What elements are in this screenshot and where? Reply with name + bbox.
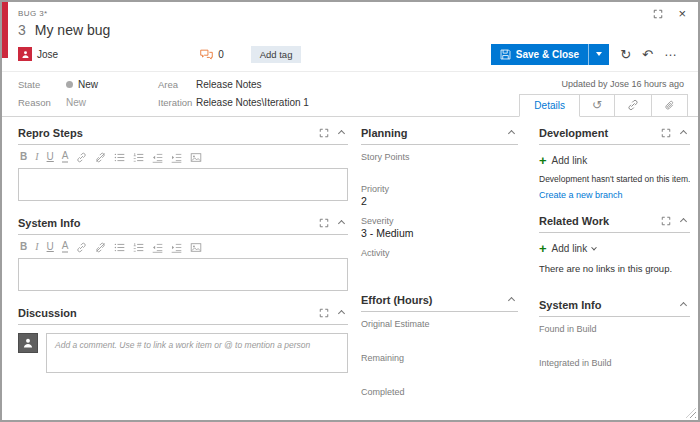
collapse-icon[interactable] (680, 301, 687, 308)
save-options-dropdown[interactable] (588, 44, 609, 65)
italic-icon[interactable]: I (35, 242, 38, 252)
save-icon (500, 49, 511, 60)
comments-count-value: 0 (218, 49, 224, 60)
assignee-field[interactable]: Jose (37, 49, 58, 60)
state-dot-icon (66, 81, 73, 88)
severity-label: Severity (361, 216, 518, 226)
create-branch-link[interactable]: Create a new branch (539, 190, 623, 200)
indent-icon[interactable] (171, 152, 182, 163)
highlight-icon[interactable]: A (62, 151, 69, 163)
bold-icon[interactable]: B (20, 152, 27, 162)
integrated-in-build-field: Integrated in Build (539, 358, 690, 385)
highlight-icon[interactable]: A (62, 241, 69, 253)
remaining-field: Remaining (361, 353, 518, 380)
found-in-build-label: Found in Build (539, 324, 690, 334)
completed-value[interactable] (361, 398, 518, 410)
related-work-empty-text: There are no links in this group. (539, 263, 690, 274)
plus-icon: + (539, 242, 547, 255)
tab-attachments[interactable] (652, 94, 688, 117)
discussion-count[interactable]: 0 (200, 49, 224, 60)
remove-format-icon[interactable] (95, 242, 106, 253)
underline-icon[interactable]: U (47, 242, 54, 252)
original-estimate-field: Original Estimate (361, 319, 518, 346)
chevron-down-icon (591, 244, 597, 250)
plus-icon: + (539, 154, 547, 167)
discussion-title: Discussion (18, 307, 319, 319)
tab-history[interactable]: ↺ (580, 94, 615, 117)
save-close-button[interactable]: Save & Close (491, 44, 588, 65)
area-label: Area (158, 79, 196, 90)
more-options-icon[interactable]: … (664, 45, 678, 58)
maximize-icon[interactable] (661, 216, 671, 226)
reason-value[interactable]: New (66, 97, 86, 108)
insert-image-icon[interactable] (190, 242, 202, 253)
add-tag-button[interactable]: Add tag (251, 46, 302, 63)
iteration-value[interactable]: Release Notes\Iteration 1 (196, 97, 309, 108)
title-field[interactable]: My new bug (35, 22, 110, 38)
paperclip-icon (664, 100, 675, 111)
completed-field: Completed (361, 387, 518, 414)
development-title: Development (539, 127, 661, 139)
refresh-icon[interactable]: ↻ (620, 48, 631, 61)
richtext-toolbar: B I U A (18, 145, 348, 168)
work-item-meta-row: State New Reason New Area Release Notes … (2, 71, 698, 117)
indent-icon[interactable] (171, 242, 182, 253)
undo-icon[interactable]: ↶ (642, 48, 653, 61)
system-info-panel-title: System Info (539, 299, 681, 311)
collapse-icon[interactable] (338, 219, 345, 226)
state-value[interactable]: New (66, 79, 98, 90)
story-points-label: Story Points (361, 152, 518, 162)
add-link-label: Add link (552, 155, 588, 166)
collapse-icon[interactable] (508, 296, 515, 303)
maximize-icon[interactable] (319, 128, 329, 138)
outdent-icon[interactable] (152, 242, 163, 253)
remaining-value[interactable] (361, 364, 518, 376)
tab-details[interactable]: Details (519, 94, 580, 117)
collapse-icon[interactable] (508, 129, 515, 136)
underline-icon[interactable]: U (47, 152, 54, 162)
tab-links[interactable] (615, 94, 652, 117)
found-in-build-value[interactable] (539, 335, 690, 347)
insert-link-icon[interactable] (76, 242, 87, 253)
integrated-in-build-value[interactable] (539, 369, 690, 381)
numbered-list-icon[interactable] (133, 152, 144, 163)
bold-icon[interactable]: B (20, 242, 27, 252)
planning-title: Planning (361, 127, 509, 139)
activity-value[interactable] (361, 259, 518, 271)
save-close-label: Save & Close (516, 49, 579, 60)
maximize-icon[interactable] (661, 128, 671, 138)
development-add-link-button[interactable]: + Add link (539, 154, 690, 167)
activity-field: Activity (361, 248, 518, 273)
priority-value[interactable]: 2 (361, 195, 518, 207)
collapse-icon[interactable] (338, 309, 345, 316)
effort-title: Effort (Hours) (361, 294, 509, 306)
maximize-icon[interactable] (319, 308, 329, 318)
area-value[interactable]: Release Notes (196, 79, 262, 90)
close-icon[interactable]: × (678, 7, 686, 20)
system-info-editor[interactable] (18, 258, 348, 291)
related-work-title: Related Work (539, 215, 661, 227)
insert-link-icon[interactable] (76, 152, 87, 163)
development-status-text: Development hasn't started on this item. (539, 174, 690, 184)
story-points-value[interactable] (361, 163, 518, 175)
maximize-icon[interactable] (319, 218, 329, 228)
bulleted-list-icon[interactable] (114, 242, 125, 253)
remove-format-icon[interactable] (95, 152, 106, 163)
details-content: Repro Steps B I U A (2, 117, 698, 414)
state-label: State (18, 79, 66, 90)
severity-value[interactable]: 3 - Medium (361, 227, 518, 239)
fullscreen-icon[interactable] (653, 9, 663, 19)
insert-image-icon[interactable] (190, 152, 202, 163)
repro-steps-editor[interactable] (18, 168, 348, 201)
bulleted-list-icon[interactable] (114, 152, 125, 163)
original-estimate-value[interactable] (361, 330, 518, 342)
italic-icon[interactable]: I (35, 152, 38, 162)
related-work-add-link-button[interactable]: + Add link (539, 242, 690, 255)
collapse-icon[interactable] (338, 129, 345, 136)
priority-field: Priority 2 (361, 184, 518, 209)
numbered-list-icon[interactable] (133, 242, 144, 253)
comment-input[interactable] (46, 333, 348, 373)
collapse-icon[interactable] (680, 217, 687, 224)
collapse-icon[interactable] (680, 129, 687, 136)
outdent-icon[interactable] (152, 152, 163, 163)
